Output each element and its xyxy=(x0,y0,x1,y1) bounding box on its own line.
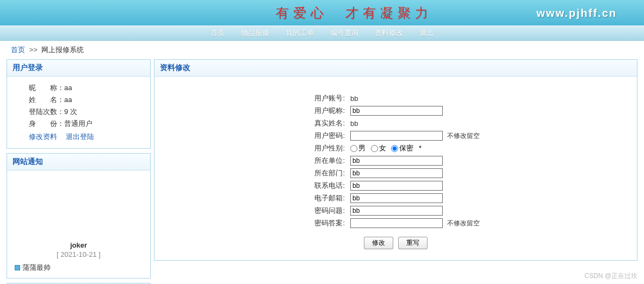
phone-input[interactable] xyxy=(350,181,443,191)
nav-repair[interactable]: 物品报修 xyxy=(241,28,269,38)
gender-secret-label: 保密 xyxy=(399,144,413,152)
email-label: 电子邮箱: xyxy=(176,193,350,203)
gender-required-star: * xyxy=(419,144,422,152)
gender-secret-radio[interactable] xyxy=(391,145,398,152)
nav-query[interactable]: 编号查询 xyxy=(330,28,358,38)
name-value: aa xyxy=(64,96,72,104)
login-panel: 用户登录 昵 称：aa 姓 名：aa 登陆次数：9 次 身 份：普通用户 修改资… xyxy=(7,59,151,149)
answer-hint: 不修改留空 xyxy=(447,219,480,228)
dept-label: 所在部门: xyxy=(176,168,350,178)
notice-panel: 网站通知 joker [ 2021-10-21 ] 蒲蒲最帅 xyxy=(7,153,151,279)
notice-item[interactable]: 蒲蒲最帅 xyxy=(15,263,143,273)
dept-input[interactable] xyxy=(350,168,443,178)
gender-male-radio[interactable] xyxy=(350,145,357,152)
breadcrumb-current: 网上报修系统 xyxy=(41,46,84,54)
banner: 有爱心 才有凝聚力 www.pjhff.cn xyxy=(0,0,644,26)
account-label: 用户账号: xyxy=(176,93,350,103)
realname-label: 真实姓名: xyxy=(176,118,350,128)
notice-panel-title: 网站通知 xyxy=(7,154,150,171)
navbar: 首页 物品报修 我的工单 编号查询 资料修改 退出 xyxy=(0,26,644,41)
realname-value: bb xyxy=(350,119,358,128)
count-label: 登陆次数： xyxy=(29,108,64,116)
count-value: 9 次 xyxy=(64,108,77,116)
breadcrumb-home[interactable]: 首页 xyxy=(11,46,25,54)
answer-input[interactable] xyxy=(350,218,443,228)
nav-logout[interactable]: 退出 xyxy=(419,28,434,38)
logout-link[interactable]: 退出登陆 xyxy=(66,132,94,141)
answer-label: 密码答案: xyxy=(176,218,350,228)
main-panel: 资料修改 用户账号: bb 用户昵称: 真实姓名: bb 用户密码: 不修改 xyxy=(154,59,637,261)
watermark: CSDN @正在过坎 xyxy=(584,272,637,281)
breadcrumb-sep: >> xyxy=(29,46,38,54)
nickname-value: aa xyxy=(64,84,72,92)
nickname-label: 昵 称： xyxy=(29,84,64,92)
phone-label: 联系电话: xyxy=(176,181,350,191)
account-value: bb xyxy=(350,94,358,103)
password-label: 用户密码: xyxy=(176,131,350,141)
notice-date: [ 2021-10-21 ] xyxy=(15,250,143,258)
nav-myorders[interactable]: 我的工单 xyxy=(286,28,314,38)
nav-profile[interactable]: 资料修改 xyxy=(375,28,403,38)
bullet-icon xyxy=(15,265,20,270)
role-value: 普通用户 xyxy=(64,119,92,128)
nickname-form-label: 用户昵称: xyxy=(176,106,350,116)
notice-author: joker xyxy=(15,241,143,249)
nickname-input[interactable] xyxy=(350,106,443,116)
email-input[interactable] xyxy=(350,193,443,203)
password-input[interactable] xyxy=(350,131,443,141)
edit-profile-link[interactable]: 修改资料 xyxy=(29,132,57,141)
notice-text: 蒲蒲最帅 xyxy=(22,263,51,273)
role-label: 身 份： xyxy=(29,119,64,128)
name-label: 姓 名： xyxy=(29,96,64,104)
breadcrumb: 首页 >> 网上报修系统 xyxy=(0,41,644,59)
gender-male-label: 男 xyxy=(358,144,366,152)
nav-home[interactable]: 首页 xyxy=(210,28,225,38)
banner-url: www.pjhff.cn xyxy=(536,7,617,19)
gender-label: 用户性别: xyxy=(176,143,350,153)
question-input[interactable] xyxy=(350,206,443,216)
org-input[interactable] xyxy=(350,156,443,166)
main-panel-title: 资料修改 xyxy=(154,60,637,77)
submit-button[interactable]: 修改 xyxy=(364,237,393,249)
gender-female-label: 女 xyxy=(379,144,386,152)
question-label: 密码问题: xyxy=(176,206,350,216)
reset-button[interactable]: 重写 xyxy=(398,237,428,249)
banner-tagline: 有爱心 才有凝聚力 xyxy=(276,4,432,22)
org-label: 所在单位: xyxy=(176,156,350,166)
password-hint: 不修改留空 xyxy=(447,131,480,141)
gender-female-radio[interactable] xyxy=(371,145,378,152)
login-panel-title: 用户登录 xyxy=(7,60,150,77)
